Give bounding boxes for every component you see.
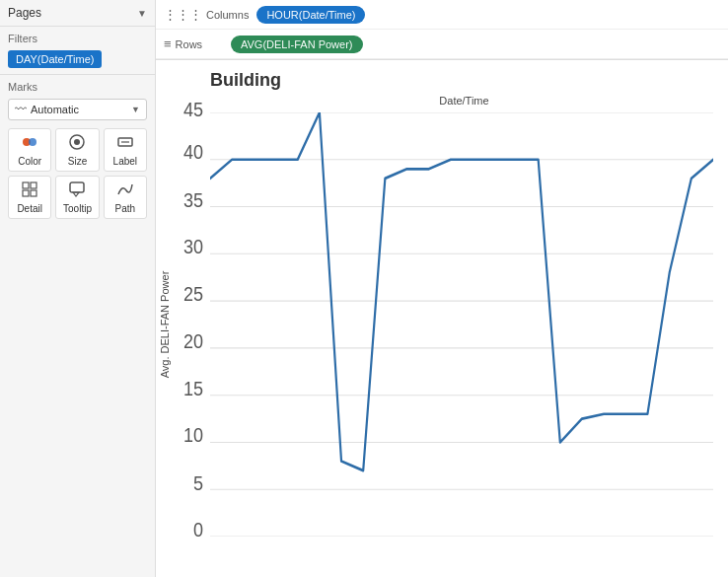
- svg-text:10: 10: [183, 425, 203, 447]
- svg-text:20: 20: [183, 330, 203, 352]
- svg-rect-9: [31, 190, 36, 196]
- path-label: Path: [115, 203, 136, 214]
- rows-icon: ≡: [164, 36, 172, 51]
- chart-area: Building Date/Time Avg. DELI-FAN Power 0…: [156, 60, 728, 577]
- color-icon: [21, 133, 38, 154]
- columns-shelf: ⋮⋮⋮ Columns HOUR(Date/Time): [156, 0, 728, 30]
- svg-text:30: 30: [183, 236, 203, 257]
- marks-label: Marks: [8, 81, 147, 93]
- detail-label: Detail: [17, 203, 42, 214]
- svg-text:0: 0: [193, 519, 203, 541]
- svg-rect-8: [23, 190, 29, 196]
- svg-text:25: 25: [183, 284, 203, 306]
- marks-detail-button[interactable]: Detail: [8, 176, 51, 219]
- main-area: ⋮⋮⋮ Columns HOUR(Date/Time) ≡ Rows AVG(D…: [156, 0, 728, 577]
- svg-text:5: 5: [193, 472, 203, 494]
- rows-pill[interactable]: AVG(DELI-FAN Power): [231, 36, 363, 53]
- path-icon: [116, 180, 134, 201]
- tooltip-icon: [68, 180, 86, 201]
- marks-tilde-icon: 〰: [15, 103, 27, 116]
- marks-dropdown-arrow: ▼: [131, 105, 140, 114]
- filters-section: Filters DAY(Date/Time): [0, 27, 155, 75]
- marks-label-button[interactable]: Label: [104, 128, 147, 172]
- rows-shelf: ≡ Rows AVG(DELI-FAN Power): [156, 30, 728, 59]
- columns-icon: ⋮⋮⋮: [164, 7, 202, 22]
- rows-label: Rows: [176, 38, 203, 50]
- chart-container: Date/Time Avg. DELI-FAN Power 0 5 10 15 …: [156, 95, 718, 558]
- label-label: Label: [113, 156, 137, 167]
- chart-title: Building: [210, 70, 718, 91]
- color-label: Color: [18, 156, 41, 167]
- svg-point-3: [74, 139, 80, 145]
- svg-text:15: 15: [183, 378, 203, 399]
- chart-inner: 0 1 2 3 4 5 6 7 8 9 10 11 12 13 14 15 16: [210, 112, 713, 537]
- columns-label-container: ⋮⋮⋮ Columns: [164, 7, 249, 22]
- pages-label: Pages: [8, 6, 41, 20]
- size-icon: [68, 133, 86, 154]
- svg-rect-6: [23, 182, 29, 188]
- chart-line: [210, 112, 713, 470]
- svg-text:40: 40: [183, 142, 203, 164]
- marks-tooltip-button[interactable]: Tooltip: [55, 176, 99, 219]
- pages-section: Pages ▼: [0, 0, 155, 27]
- columns-pill[interactable]: HOUR(Date/Time): [256, 6, 365, 24]
- y-axis-labels: 0 5 10 15 20 25 30 35 40 45: [174, 112, 208, 537]
- size-label: Size: [68, 156, 87, 167]
- filters-label: Filters: [8, 33, 147, 44]
- columns-label: Columns: [206, 9, 249, 21]
- svg-rect-10: [70, 182, 84, 192]
- marks-dropdown[interactable]: 〰 Automatic ▼: [8, 99, 147, 120]
- marks-dropdown-label: Automatic: [31, 104, 79, 115]
- filter-chip-day-datetime[interactable]: DAY(Date/Time): [8, 50, 102, 68]
- y-axis-title: Avg. DELI-FAN Power: [159, 271, 171, 379]
- marks-color-button[interactable]: Color: [8, 128, 51, 172]
- svg-text:35: 35: [183, 189, 203, 211]
- marks-path-button[interactable]: Path: [104, 176, 147, 219]
- label-icon: [116, 133, 134, 154]
- shelves: ⋮⋮⋮ Columns HOUR(Date/Time) ≡ Rows AVG(D…: [156, 0, 728, 60]
- marks-section: Marks 〰 Automatic ▼ Color Size: [0, 75, 155, 225]
- detail-icon: [21, 180, 38, 201]
- tooltip-label: Tooltip: [63, 203, 92, 214]
- svg-rect-7: [31, 182, 36, 188]
- sidebar: Pages ▼ Filters DAY(Date/Time) Marks 〰 A…: [0, 0, 156, 577]
- line-chart-svg: 0 1 2 3 4 5 6 7 8 9 10 11 12 13 14 15 16: [210, 112, 713, 537]
- rows-label-container: ≡ Rows: [164, 36, 223, 51]
- pages-arrow[interactable]: ▼: [137, 8, 147, 19]
- svg-point-1: [29, 138, 36, 146]
- x-axis-title: Date/Time: [210, 95, 718, 107]
- marks-size-button[interactable]: Size: [55, 128, 99, 172]
- marks-icons-grid: Color Size Label Detail: [8, 128, 147, 219]
- svg-text:45: 45: [183, 100, 203, 121]
